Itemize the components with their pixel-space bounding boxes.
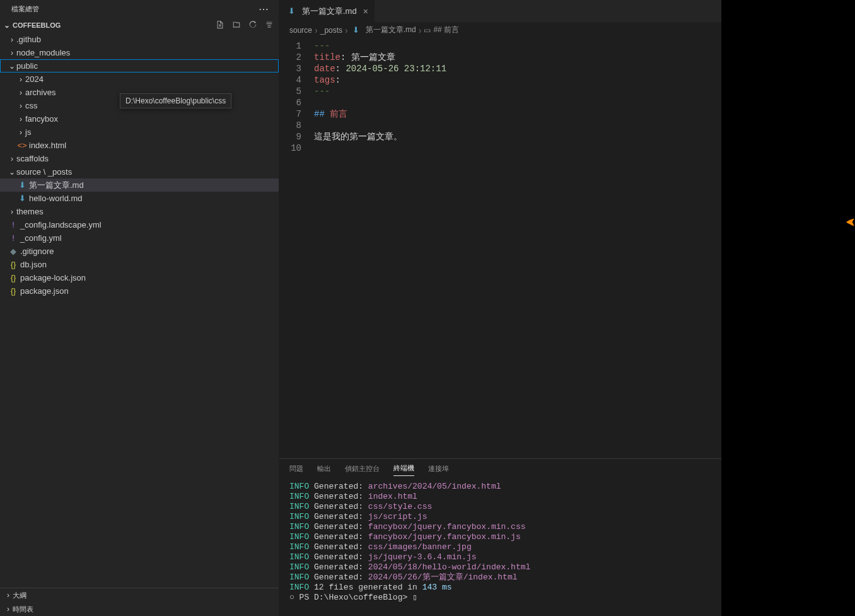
md-icon: ⬇ [16, 194, 28, 203]
breadcrumb-item[interactable]: 第一篇文章.md [366, 25, 416, 35]
item-label: scaffolds [16, 154, 49, 163]
terminal-line: INFO Generated: css/style.css [289, 502, 711, 512]
code-content[interactable]: ---title: 第一篇文章date: 2024-05-26 23:12:11… [314, 40, 721, 458]
folder-item[interactable]: ›themes [0, 205, 279, 218]
file-item[interactable]: !_config.yml [0, 231, 279, 245]
terminal-line: INFO Generated: fancybox/jquery.fancybox… [289, 522, 711, 532]
folder-item[interactable]: ›node_modules [0, 46, 279, 59]
toolbar-icons [216, 20, 274, 31]
chevron-right-icon: › [8, 207, 16, 216]
new-file-icon[interactable] [216, 20, 224, 31]
json-icon: {} [8, 286, 19, 296]
gitignore-icon: ◆ [8, 247, 19, 256]
folder-item[interactable]: ›fancybox [0, 112, 279, 125]
chevron-right-icon: › [419, 25, 422, 35]
item-label: .gitignore [20, 247, 54, 256]
code-line[interactable]: --- [314, 40, 721, 52]
item-label: _config.landscape.yml [20, 220, 102, 230]
line-number: 5 [279, 86, 301, 97]
folder-item[interactable]: ›js [0, 125, 279, 139]
chevron-down-icon: ⌄ [8, 168, 16, 177]
chevron-down-icon: ⌄ [3, 21, 11, 30]
code-line[interactable] [314, 120, 721, 131]
item-label: fancybox [25, 114, 58, 124]
breadcrumbs[interactable]: source › _posts › ⬇ 第一篇文章.md › ▭ ## 前言 [279, 22, 721, 38]
folder-item[interactable]: ⌄public [0, 59, 279, 73]
item-label: archives [25, 88, 55, 97]
more-actions-icon[interactable]: ⋯ [255, 2, 272, 16]
file-item[interactable]: ⬇第一篇文章.md [0, 178, 279, 192]
chevron-right-icon: › [16, 75, 25, 84]
item-label: source \ _posts [16, 167, 72, 177]
close-icon[interactable]: × [363, 6, 368, 16]
json-icon: {} [8, 260, 19, 269]
item-label: db.json [20, 260, 47, 269]
item-label: index.html [29, 141, 66, 150]
markdown-icon: ⬇ [351, 25, 362, 35]
breadcrumb-item[interactable]: ## 前言 [433, 25, 459, 35]
code-line[interactable]: --- [314, 86, 721, 97]
code-editor[interactable]: 12345678910 ---title: 第一篇文章date: 2024-05… [279, 38, 721, 458]
sidebar-header: 檔案總管 ⋯ [0, 0, 279, 18]
panel-tabs: 問題 輸出 偵錯主控台 終端機 連接埠 [279, 459, 721, 478]
code-line[interactable]: title: 第一篇文章 [314, 52, 721, 63]
timeline-section[interactable]: › 時間表 [0, 602, 279, 616]
tab-terminal[interactable]: 終端機 [393, 461, 414, 476]
terminal-line: INFO Generated: js/script.js [289, 512, 711, 522]
md-icon: ⬇ [16, 180, 28, 190]
terminal-line: INFO Generated: 2024/05/18/hello-world/i… [289, 562, 711, 572]
code-line[interactable]: 這是我的第一篇文章。 [314, 131, 721, 142]
file-item[interactable]: !_config.landscape.yml [0, 218, 279, 231]
folder-item[interactable]: ⌄source \ _posts [0, 165, 279, 178]
outline-section[interactable]: › 大綱 [0, 588, 279, 602]
project-name: COFFEEBLOG [13, 21, 61, 29]
chevron-right-icon: › [4, 591, 13, 600]
editor-tab[interactable]: ⬇ 第一篇文章.md × [279, 0, 375, 22]
chevron-right-icon: › [8, 49, 16, 57]
refresh-icon[interactable] [248, 20, 257, 31]
terminal-output[interactable]: INFO Generated: archives/2024/05/index.h… [279, 478, 721, 616]
file-item[interactable]: ◆.gitignore [0, 245, 279, 258]
terminal-line: INFO Generated: js/jquery-3.6.4.min.js [289, 552, 711, 562]
breadcrumb-item[interactable]: source [289, 26, 312, 35]
tab-output[interactable]: 輸出 [317, 462, 331, 476]
new-folder-icon[interactable] [232, 20, 241, 31]
folder-item[interactable]: ›scaffolds [0, 152, 279, 165]
code-line[interactable] [314, 97, 721, 108]
item-label: themes [16, 207, 44, 216]
sidebar-footer: › 大綱 › 時間表 [0, 588, 279, 616]
markdown-icon: ⬇ [286, 6, 297, 16]
tab-problems[interactable]: 問題 [289, 462, 303, 476]
file-item[interactable]: {}package.json [0, 284, 279, 298]
file-item[interactable]: ⬇hello-world.md [0, 192, 279, 205]
collapse-all-icon[interactable] [265, 20, 274, 31]
code-line[interactable]: ## 前言 [314, 108, 721, 120]
chevron-down-icon: ⌄ [8, 62, 16, 71]
folder-item[interactable]: ›2024 [0, 73, 279, 86]
chevron-right-icon: › [4, 605, 13, 613]
file-item[interactable]: {}db.json [0, 258, 279, 271]
item-label: package-lock.json [20, 273, 86, 282]
tab-ports[interactable]: 連接埠 [428, 462, 449, 476]
line-numbers: 12345678910 [279, 40, 314, 458]
terminal-prompt[interactable]: ○ PS D:\Hexo\coffeeBlog> ▯ [289, 593, 711, 603]
heading-icon: ▭ [424, 26, 431, 35]
project-header[interactable]: ⌄ COFFEEBLOG [0, 18, 279, 33]
tab-debug[interactable]: 偵錯主控台 [345, 462, 380, 476]
folder-item[interactable]: ›.github [0, 33, 279, 46]
chevron-right-icon: › [16, 102, 25, 110]
html-icon: <> [16, 141, 28, 150]
item-label: css [25, 101, 38, 110]
file-item[interactable]: <>index.html [0, 139, 279, 152]
file-item[interactable]: {}package-lock.json [0, 271, 279, 284]
breadcrumb-item[interactable]: _posts [320, 26, 342, 35]
item-label: package.json [20, 286, 69, 296]
chevron-right-icon: › [345, 25, 348, 35]
code-line[interactable] [314, 142, 721, 154]
item-label: 第一篇文章.md [29, 180, 84, 191]
chevron-right-icon: › [8, 35, 16, 44]
code-line[interactable]: date: 2024-05-26 23:12:11 [314, 63, 721, 74]
file-explorer-sidebar: 檔案總管 ⋯ ⌄ COFFEEBLOG ›.github›node_module… [0, 0, 279, 616]
outline-label: 大綱 [13, 591, 26, 600]
code-line[interactable]: tags: [314, 74, 721, 86]
